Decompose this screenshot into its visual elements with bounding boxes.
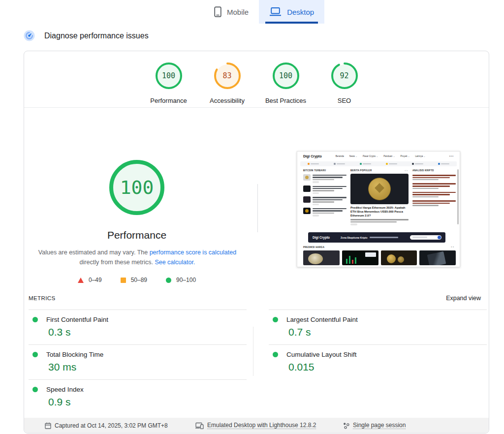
score-value: 100: [272, 62, 300, 90]
mini-headline: Prediksi Harga Ethereum 2025: Apakah ETH…: [350, 206, 409, 217]
pass-circle-icon: [166, 278, 171, 283]
mini-card-row: [303, 250, 456, 265]
score-ring: 92: [331, 62, 358, 90]
score-calculation-link[interactable]: performance score is calculated: [150, 249, 236, 256]
score-ring: 83: [214, 62, 241, 90]
expand-view-button[interactable]: Expand view: [446, 295, 481, 302]
metric-value: 0.7 s: [288, 326, 487, 338]
page-title: Diagnose performance issues: [44, 31, 149, 40]
emulation-environment: Emulated Desktop with Lighthouse 12.8.2: [195, 418, 316, 433]
see-calculator-link[interactable]: See calculator.: [155, 259, 195, 266]
tab-mobile[interactable]: Mobile: [204, 0, 259, 24]
score-value: 100: [155, 62, 183, 90]
disclaimer-text: Values are estimated and may vary. The: [38, 249, 148, 256]
divider: [253, 327, 253, 376]
divider: [24, 107, 489, 108]
calendar-icon: [45, 422, 51, 429]
performance-gauge-label: Performance: [24, 229, 250, 241]
pass-dot-icon: [32, 352, 38, 357]
mini-menu-dots-icon: •••: [449, 155, 454, 157]
score-value: 92: [331, 62, 358, 90]
metric-first-contentful-paint: First Contentful Paint 0.3 s: [29, 310, 247, 344]
score-label: SEO: [338, 97, 351, 104]
speedometer-icon: [24, 30, 35, 41]
metrics-header: METRICS Expand view: [29, 295, 481, 302]
score-best-practices[interactable]: 100 Best Practices: [263, 62, 308, 104]
metrics-grid: First Contentful Paint 0.3 s Total Block…: [29, 310, 487, 414]
legend-label: 50–89: [131, 277, 147, 283]
phone-icon: [214, 6, 221, 17]
legend-average: 50–89: [121, 277, 147, 283]
score-legend: 0–49 50–89 90–100: [24, 277, 250, 283]
pass-dot-icon: [32, 387, 38, 392]
session-graph-icon: [343, 422, 349, 429]
legend-pass: 90–100: [166, 277, 196, 283]
score-disclaimer: Values are estimated and may vary. The p…: [31, 248, 244, 268]
tab-desktop[interactable]: Desktop: [259, 0, 324, 24]
metric-cumulative-layout-shift: Cumulative Layout Shift 0.015: [269, 344, 487, 379]
session-type: Single page session: [343, 418, 406, 433]
disclaimer-text: directly from these metrics.: [80, 259, 153, 266]
score-label: Best Practices: [265, 97, 306, 104]
score-label: Accessibility: [210, 97, 245, 104]
laptop-icon: [269, 7, 282, 17]
metrics-left-column: First Contentful Paint 0.3 s Total Block…: [29, 310, 247, 414]
mini-carousel-arrows: ‹ ›: [451, 245, 454, 248]
diagnose-header: Diagnose performance issues: [24, 30, 149, 41]
divider: [257, 184, 258, 232]
mini-crypto-ticker: [300, 161, 457, 166]
mini-hero-image: [350, 174, 409, 204]
metrics-right-column: Largest Contentful Paint 0.7 s Cumulativ…: [269, 310, 487, 414]
category-scores: 100 Performance 83 Accessibility 100 Bes…: [24, 62, 489, 104]
metric-speed-index: Speed Index 0.9 s: [29, 379, 247, 414]
mini-scrollbar: [457, 169, 459, 224]
report-card: 100 Performance 83 Accessibility 100 Bes…: [24, 51, 489, 434]
score-seo[interactable]: 92 SEO: [322, 62, 367, 104]
mini-carousel-arrows: ‹ ›: [405, 169, 408, 172]
score-accessibility[interactable]: 83 Accessibility: [205, 62, 250, 104]
metric-total-blocking-time: Total Blocking Time 30 ms: [29, 344, 247, 379]
legend-label: 90–100: [176, 277, 196, 283]
mini-site-header: Digi Crypto BerandaNewsPasar CryptoPandu…: [297, 152, 460, 160]
mini-site-nav: BerandaNewsPasar CryptoPanduanProyekLain…: [336, 155, 426, 157]
score-performance[interactable]: 100 Performance: [146, 62, 191, 104]
metric-value: 0.9 s: [48, 396, 247, 408]
performance-gauge-value: 100: [108, 158, 166, 217]
devices-icon: [195, 422, 204, 429]
legend-fail: 0–49: [78, 277, 102, 283]
mini-dark-banner: Digi Crypto Zona Skeptisme Kripto: [308, 232, 445, 243]
capture-time: Captured at Oct 14, 2025, 3:02 PM GMT+8: [45, 418, 168, 433]
mini-col-bitcoin-terbaru: BITCOIN TERBARU: [303, 169, 346, 227]
report-footer: Captured at Oct 14, 2025, 3:02 PM GMT+8 …: [24, 418, 489, 433]
fail-triangle-icon: [78, 278, 84, 283]
average-square-icon: [121, 278, 126, 283]
capture-time-label: Captured at Oct 14, 2025, 3:02 PM GMT+8: [55, 422, 168, 429]
mini-col-berita-populer: BERITA POPULER ‹ › Prediksi Harga Ethere…: [350, 169, 409, 227]
page-screenshot: Digi Crypto BerandaNewsPasar CryptoPandu…: [297, 151, 460, 267]
legend-label: 0–49: [89, 277, 102, 283]
form-factor-tabs: Mobile Desktop: [204, 0, 324, 24]
environment-link[interactable]: Emulated Desktop with Lighthouse 12.8.2: [207, 422, 316, 429]
metrics-section-title: METRICS: [29, 295, 56, 301]
metric-value: 0.3 s: [48, 326, 247, 338]
mini-col-analisis-kripto: ANALISIS KRIPTO: [412, 169, 456, 227]
metric-value: 30 ms: [48, 361, 247, 373]
score-ring: 100: [272, 62, 300, 90]
pass-dot-icon: [273, 352, 278, 357]
mini-prediksi-harga-title: PREDIKSI HARGA: [303, 246, 324, 248]
pagespeed-report: Mobile Desktop Diagnose performance issu…: [0, 0, 504, 434]
score-value: 83: [214, 62, 241, 90]
mini-search-pill: [410, 235, 441, 240]
pass-dot-icon: [273, 317, 278, 322]
performance-gauge: 100: [108, 158, 166, 217]
session-link[interactable]: Single page session: [353, 422, 406, 429]
tab-mobile-label: Mobile: [227, 8, 249, 16]
metric-largest-contentful-paint: Largest Contentful Paint 0.7 s: [269, 310, 487, 344]
metric-value: 0.015: [288, 361, 487, 373]
mini-site-brand: Digi Crypto: [303, 155, 322, 158]
mini-content-columns: BITCOIN TERBARU BERITA POPULER ‹ › Predi…: [303, 169, 456, 227]
score-ring: 100: [155, 62, 183, 90]
tab-desktop-label: Desktop: [287, 8, 314, 16]
pass-dot-icon: [32, 317, 38, 322]
score-label: Performance: [150, 97, 187, 104]
